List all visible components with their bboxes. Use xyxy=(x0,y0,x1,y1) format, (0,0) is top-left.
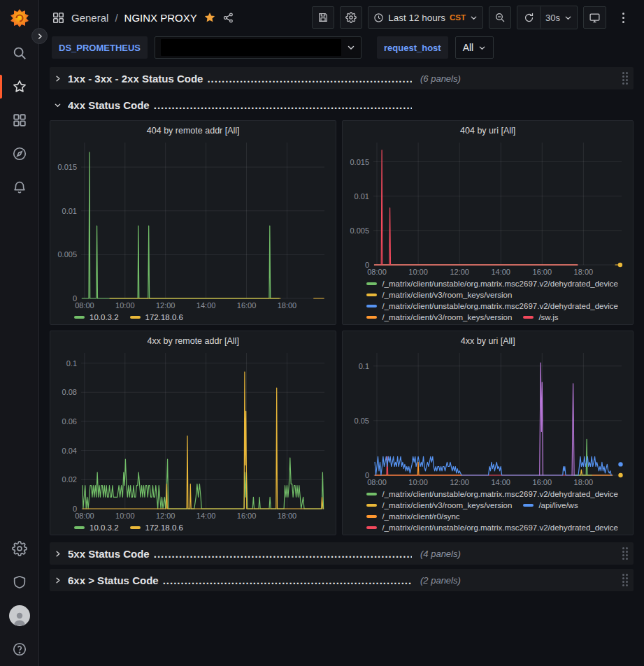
svg-text:08:00: 08:00 xyxy=(75,301,94,310)
legend-item[interactable]: /api/live/ws xyxy=(523,501,578,509)
svg-text:0.01: 0.01 xyxy=(355,192,369,201)
chevron-right-icon xyxy=(52,75,62,82)
legend-swatch xyxy=(130,316,141,319)
refresh-icon xyxy=(524,13,534,23)
variables-bar: DS_PROMETHEUS request_host All xyxy=(39,32,644,66)
svg-text:0.1: 0.1 xyxy=(66,359,77,368)
row-panel-count: (2 panels) xyxy=(420,575,461,586)
datasource-value-redacted xyxy=(161,39,341,56)
timeseries-chart[interactable]: 00.0050.010.01508:0010:0012:0014:0016:00… xyxy=(55,137,331,310)
legend-swatch xyxy=(366,294,377,296)
row-drag-handle[interactable] xyxy=(621,572,629,588)
sidebar-item-configuration[interactable] xyxy=(0,532,39,565)
legend-label: 172.18.0.6 xyxy=(145,523,183,532)
legend-label: /_matrix/client/unstable/org.matrix.msc2… xyxy=(382,523,618,532)
sidebar-item-explore[interactable] xyxy=(0,137,39,171)
legend-swatch xyxy=(523,504,534,507)
panel-title[interactable]: 404 by uri [All] xyxy=(347,124,629,137)
legend-item[interactable]: 172.18.0.6 xyxy=(130,523,183,532)
sidebar-item-starred[interactable] xyxy=(0,70,39,103)
zoom-out-time-button[interactable] xyxy=(489,6,511,29)
share-icon[interactable] xyxy=(222,12,234,24)
timeseries-chart[interactable]: 00.0050.010.01508:0010:0012:0014:0016:00… xyxy=(347,137,629,277)
sidebar-expand-button[interactable] xyxy=(31,28,48,44)
time-range-label: Last 12 hours xyxy=(388,13,445,23)
datasource-select[interactable] xyxy=(155,36,362,59)
legend-item[interactable]: 172.18.0.6 xyxy=(130,313,183,321)
svg-text:0.015: 0.015 xyxy=(350,158,370,166)
sidebar-item-profile[interactable] xyxy=(0,599,39,632)
legend-swatch xyxy=(366,493,377,495)
panel-title[interactable]: 404 by remote addr [All] xyxy=(55,124,331,137)
row-title-wrap: 1xx - 3xx - 2xx Status Code ............… xyxy=(68,73,412,85)
row-6xx[interactable]: 6xx > Status Code ......................… xyxy=(50,569,634,591)
legend-label: /sw.js xyxy=(538,313,558,321)
legend-item[interactable]: /_matrix/client/unstable/org.matrix.msc2… xyxy=(366,490,618,498)
legend-item[interactable]: /_matrix/client/unstable/org.matrix.msc2… xyxy=(366,302,618,310)
svg-text:16:00: 16:00 xyxy=(237,512,257,520)
favorite-star-icon[interactable] xyxy=(203,11,216,24)
row-title: 4xx Status Code xyxy=(68,99,150,111)
help-icon xyxy=(12,642,27,657)
chevron-right-icon xyxy=(52,577,62,584)
panel-title[interactable]: 4xx by uri [All] xyxy=(347,334,629,347)
svg-text:16:00: 16:00 xyxy=(533,268,552,276)
sidebar-item-help[interactable] xyxy=(0,632,39,666)
breadcrumb: General / NGINX PROXY xyxy=(52,11,234,24)
row-4xx[interactable]: 4xx Status Code ........................… xyxy=(50,94,634,116)
svg-text:18:00: 18:00 xyxy=(278,301,297,310)
panel-legend: /_matrix/client/unstable/org.matrix.msc2… xyxy=(347,487,629,533)
more-options-button[interactable] xyxy=(612,6,634,29)
refresh-interval-dropdown[interactable]: 30s xyxy=(540,6,577,29)
breadcrumb-separator: / xyxy=(115,12,117,24)
legend-item[interactable]: /_matrix/client/r0/sync xyxy=(366,512,459,521)
dashboards-grid-icon xyxy=(12,113,27,128)
legend-item[interactable]: 10.0.3.2 xyxy=(74,523,119,532)
legend-label: /_matrix/client/unstable/org.matrix.msc2… xyxy=(382,280,618,288)
chart-svg: 00.020.040.060.080.108:0010:0012:0014:00… xyxy=(55,347,331,521)
dashboards-grid-icon[interactable] xyxy=(52,11,65,24)
row-leader-dots: ........................................… xyxy=(154,548,412,560)
legend-label: 10.0.3.2 xyxy=(90,313,119,321)
legend-label: /_matrix/client/v3/room_keys/version xyxy=(382,501,512,509)
legend-swatch xyxy=(366,504,377,507)
sidebar-item-alerting[interactable] xyxy=(0,171,39,204)
legend-swatch xyxy=(523,316,534,319)
timeseries-chart[interactable]: 00.020.040.060.080.108:0010:0012:0014:00… xyxy=(55,347,331,521)
legend-swatch xyxy=(366,515,377,518)
gear-icon xyxy=(12,541,27,556)
chevron-right-icon xyxy=(36,33,43,40)
chart-svg: 00.0050.010.01508:0010:0012:0014:0016:00… xyxy=(347,137,629,277)
svg-text:14:00: 14:00 xyxy=(492,478,511,486)
panels-grid-row1: 404 by remote addr [All] 00.0050.010.015… xyxy=(50,120,634,535)
legend-item[interactable]: /sw.js xyxy=(523,313,558,321)
row-5xx[interactable]: 5xx Status Code ........................… xyxy=(50,542,634,565)
panel-title[interactable]: 4xx by remote addr [All] xyxy=(55,334,331,347)
legend-label: /_matrix/client/r0/sync xyxy=(382,512,459,521)
legend-item[interactable]: /_matrix/client/unstable/org.matrix.msc2… xyxy=(366,523,618,532)
save-dashboard-button[interactable] xyxy=(312,6,334,29)
row-drag-handle[interactable] xyxy=(621,546,629,561)
legend-item[interactable]: /_matrix/client/v3/room_keys/version xyxy=(366,501,512,509)
timeseries-chart[interactable]: 00.050.108:0010:0012:0014:0016:0018:00 xyxy=(347,347,629,487)
sidebar-item-server-admin[interactable] xyxy=(0,565,39,599)
legend-item[interactable]: 10.0.3.2 xyxy=(74,313,119,321)
row-drag-handle[interactable] xyxy=(621,71,629,86)
svg-text:10:00: 10:00 xyxy=(115,301,135,310)
legend-item[interactable]: /_matrix/client/v3/room_keys/version xyxy=(366,291,512,299)
monitor-icon xyxy=(589,12,601,24)
row-1xx-3xx-2xx[interactable]: 1xx - 3xx - 2xx Status Code ............… xyxy=(50,67,634,89)
time-range-picker[interactable]: Last 12 hours CST xyxy=(368,6,483,29)
dashboard-settings-button[interactable] xyxy=(340,6,362,29)
sidebar-item-dashboards[interactable] xyxy=(0,103,39,137)
legend-item[interactable]: /_matrix/client/unstable/org.matrix.msc2… xyxy=(366,280,618,288)
panel-4xx-by-remote-addr: 4xx by remote addr [All] 00.020.040.060.… xyxy=(50,331,336,535)
dashboard-title[interactable]: NGINX PROXY xyxy=(124,12,197,24)
refresh-button[interactable] xyxy=(517,6,540,29)
cycle-view-mode-button[interactable] xyxy=(583,6,606,29)
chart-svg: 00.0050.010.01508:0010:0012:0014:0016:00… xyxy=(55,137,331,310)
row-title: 1xx - 3xx - 2xx Status Code xyxy=(68,73,203,85)
request-host-select[interactable]: All xyxy=(455,36,494,59)
legend-item[interactable]: /_matrix/client/v3/room_keys/version xyxy=(366,313,512,321)
breadcrumb-section[interactable]: General xyxy=(71,12,108,24)
